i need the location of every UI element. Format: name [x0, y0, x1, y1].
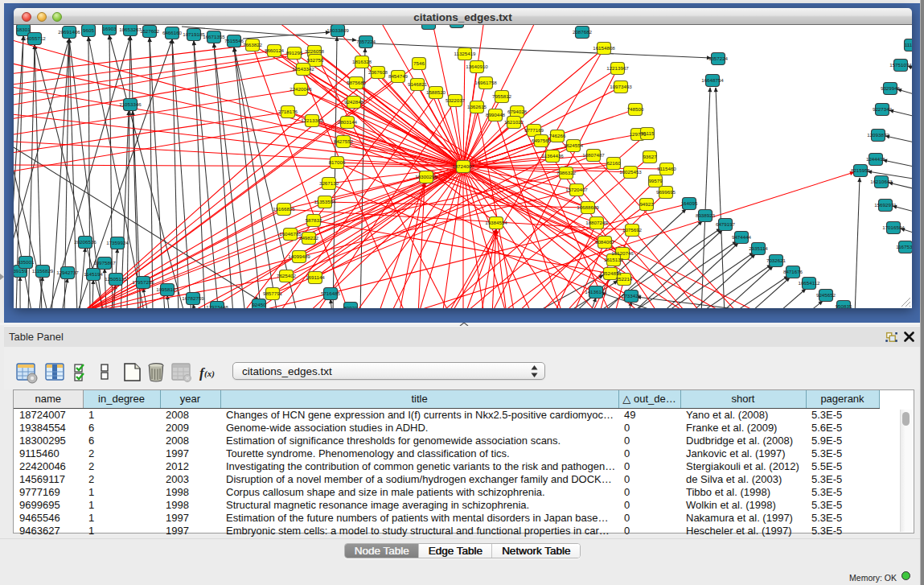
svg-text:93627: 93627	[643, 154, 657, 159]
svg-text:3498222: 3498222	[299, 235, 319, 241]
svg-text:1075692: 1075692	[622, 227, 643, 233]
svg-text:5875685: 5875685	[347, 80, 367, 85]
svg-text:18807249: 18807249	[585, 220, 608, 225]
svg-text:6479197: 6479197	[716, 221, 736, 227]
svg-text:1167533: 1167533	[896, 244, 912, 249]
svg-text:22420046: 22420046	[290, 86, 312, 92]
svg-text:16903: 16903	[102, 26, 117, 31]
svg-text:6794028: 6794028	[507, 109, 528, 114]
svg-text:11353594: 11353594	[314, 199, 336, 204]
svg-text:16782759: 16782759	[182, 295, 204, 301]
svg-text:9474444: 9474444	[732, 234, 752, 240]
svg-text:39159: 39159	[14, 268, 27, 274]
svg-text:8813054: 8813054	[419, 25, 439, 26]
svg-text:12505135: 12505135	[105, 276, 127, 282]
svg-text:11325419: 11325419	[454, 51, 476, 56]
svg-text:7032621: 7032621	[766, 257, 786, 263]
svg-text:10719185: 10719185	[183, 31, 205, 37]
svg-text:7663822: 7663822	[243, 42, 263, 47]
svg-text:21053346: 21053346	[119, 101, 142, 107]
svg-text:18301: 18301	[16, 27, 31, 32]
svg-text:1588520: 1588520	[426, 89, 446, 95]
svg-text:8427552: 8427552	[334, 138, 354, 144]
svg-text:1527602: 1527602	[140, 28, 160, 34]
svg-text:12213967: 12213967	[606, 65, 629, 71]
svg-text:19384554: 19384554	[485, 220, 507, 225]
svg-text:932750: 932750	[307, 57, 324, 63]
svg-text:3624554: 3624554	[564, 142, 584, 148]
svg-text:8990448: 8990448	[486, 112, 506, 117]
svg-text:1621022: 1621022	[504, 119, 524, 125]
svg-text:17016504: 17016504	[882, 225, 905, 230]
svg-text:7357224: 7357224	[356, 39, 376, 44]
svg-text:10025453: 10025453	[619, 169, 642, 175]
svg-text:21364436: 21364436	[541, 153, 564, 159]
svg-text:10543342: 10543342	[292, 66, 314, 72]
svg-text:1816328: 1816328	[352, 59, 372, 64]
svg-text:12942737: 12942737	[56, 270, 79, 275]
svg-text:15720407: 15720407	[565, 187, 588, 192]
svg-text:10807487: 10807487	[582, 152, 605, 158]
svg-text:1244415: 1244415	[866, 156, 886, 162]
svg-text:15751074: 15751074	[889, 62, 912, 68]
svg-text:6466160: 6466160	[162, 30, 183, 35]
svg-text:10688609: 10688609	[577, 204, 599, 210]
svg-text:8471676: 8471676	[783, 269, 803, 274]
svg-text:13524851: 13524851	[599, 270, 622, 276]
svg-text:2935114: 2935114	[749, 245, 768, 251]
svg-text:1145194: 1145194	[84, 271, 103, 277]
svg-text:(x): (x)	[204, 369, 215, 379]
svg-text:164095: 164095	[681, 200, 698, 206]
svg-text:11123: 11123	[905, 42, 912, 47]
svg-text:3226058: 3226058	[305, 48, 325, 54]
svg-text:14099489: 14099489	[288, 253, 310, 259]
svg-text:7546: 7546	[413, 60, 425, 66]
svg-text:950835: 950835	[836, 303, 852, 308]
svg-text:1362615: 1362615	[467, 104, 487, 109]
svg-text:5716485: 5716485	[321, 290, 341, 296]
svg-text:12093872: 12093872	[867, 132, 889, 138]
svg-text:5322037: 5322037	[446, 97, 466, 103]
svg-text:9242848: 9242848	[344, 99, 364, 105]
svg-text:1733426: 1733426	[622, 293, 642, 299]
svg-text:95115: 95115	[641, 130, 655, 136]
svg-text:8215955: 8215955	[851, 167, 871, 173]
svg-text:2087682: 2087682	[573, 29, 593, 35]
svg-text:62160: 62160	[606, 160, 621, 166]
svg-text:6497568: 6497568	[532, 138, 552, 143]
svg-text:9329946: 9329946	[881, 85, 901, 91]
svg-text:94923: 94923	[639, 201, 654, 207]
svg-text:8938923: 8938923	[696, 212, 716, 218]
svg-text:20691406: 20691406	[58, 29, 80, 35]
svg-text:9857791: 9857791	[263, 290, 283, 296]
svg-text:20206536: 20206536	[74, 239, 97, 245]
svg-text:12923448: 12923448	[206, 304, 228, 308]
svg-text:10654112: 10654112	[798, 280, 820, 286]
svg-text:7955812: 7955812	[492, 93, 512, 99]
svg-text:19166825: 19166825	[273, 206, 295, 212]
svg-text:8660124: 8660124	[265, 47, 285, 53]
svg-text:10033809: 10033809	[326, 27, 349, 33]
svg-text:80921: 80921	[343, 305, 358, 308]
svg-text:10973493: 10973493	[610, 84, 632, 89]
svg-text:252214: 252214	[616, 276, 633, 282]
svg-text:18300295: 18300295	[415, 174, 437, 179]
svg-text:587833: 587833	[306, 217, 322, 223]
svg-text:18724007: 18724007	[452, 163, 474, 169]
svg-text:15692971: 15692971	[874, 202, 897, 208]
svg-text:12213369: 12213369	[301, 117, 323, 123]
svg-text:7986322: 7986322	[556, 170, 577, 175]
svg-text:10958107: 10958107	[156, 286, 179, 292]
svg-text:92450: 92450	[252, 302, 266, 307]
svg-text:891295: 891295	[286, 50, 303, 56]
svg-text:9245652: 9245652	[816, 292, 836, 298]
svg-text:8454749: 8454749	[388, 73, 409, 79]
svg-text:3267130: 3267130	[319, 180, 339, 186]
svg-text:2803144: 2803144	[338, 119, 358, 125]
svg-text:10653267: 10653267	[119, 27, 142, 32]
svg-text:2718176: 2718176	[278, 109, 298, 114]
svg-text:9227342: 9227342	[873, 106, 893, 112]
svg-text:17957255: 17957255	[132, 279, 154, 285]
svg-text:17359924: 17359924	[106, 240, 129, 245]
svg-text:817006: 817006	[329, 159, 346, 165]
